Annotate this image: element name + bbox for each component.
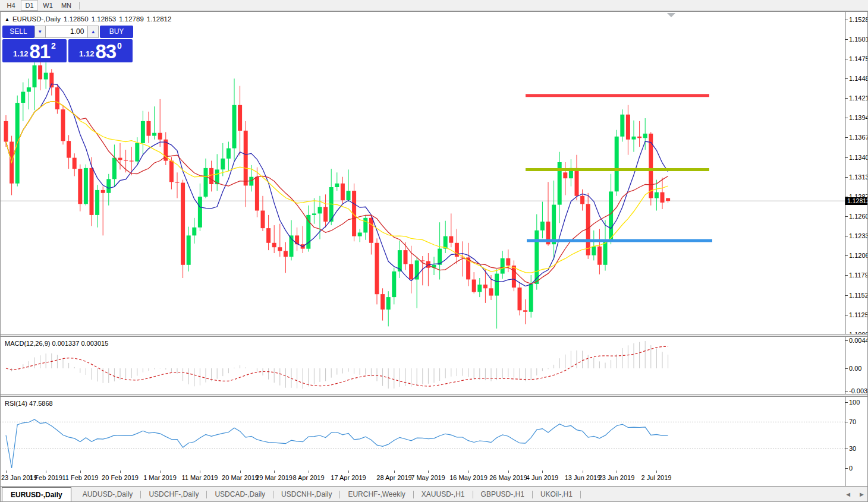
- sell-price-sup: 2: [51, 41, 56, 50]
- date-axis-label: 17 Apr 2019: [328, 474, 369, 481]
- price-axis-label: 1.12600: [845, 213, 868, 220]
- price-axis[interactable]: 1.12812 1.152851.150151.147501.144801.14…: [845, 12, 868, 486]
- price-axis-label: 1.13945: [845, 114, 868, 122]
- volume-decrease-stepper[interactable]: ▼: [34, 26, 46, 38]
- pane-splitter[interactable]: [0, 334, 868, 337]
- date-axis-label: 11 Mar 2019: [180, 474, 220, 481]
- tab-eurchf-weekly[interactable]: EURCHF-,Weekly: [340, 487, 413, 502]
- sell-price-prefix: 1.12: [13, 49, 28, 58]
- date-tick: [309, 471, 309, 473]
- tab-usdcad-daily[interactable]: USDCAD-,Daily: [207, 487, 273, 502]
- timeframe-button-d1[interactable]: D1: [21, 0, 38, 11]
- tab-audusd-daily[interactable]: AUDUSD-,Daily: [75, 487, 141, 502]
- date-axis-label: 16 May 2019: [448, 474, 489, 481]
- tab-xauusd-h1[interactable]: XAUUSD-,H1: [414, 487, 473, 502]
- current-price-tag: 1.12812: [845, 197, 868, 205]
- price-axis-label: 1.14210: [845, 94, 868, 102]
- timeframe-button-mn[interactable]: MN: [58, 0, 75, 11]
- sell-price-display[interactable]: 1.12812: [2, 39, 67, 62]
- price-axis-label: 1.13405: [845, 154, 868, 162]
- date-tick: [240, 471, 241, 473]
- macd-signal-line: [6, 346, 668, 386]
- quote-close: 1.12812: [147, 15, 172, 23]
- date-axis[interactable]: 23 Jan 20191 Feb 201911 Feb 201920 Feb 2…: [0, 471, 868, 486]
- date-axis-label: 8 Apr 2019: [288, 474, 329, 481]
- date-tick: [583, 471, 583, 473]
- date-axis-label: 11 Feb 2019: [60, 474, 100, 481]
- price-axis-label: 1.13135: [845, 173, 868, 181]
- price-axis-label: 1.13675: [845, 134, 868, 141]
- price-axis-label: 1.11255: [845, 311, 868, 319]
- one-click-trade-panel: SELL ▼ 1.00 ▲ BUY 1.12812 1.12830: [2, 26, 133, 62]
- volume-input[interactable]: 1.00: [46, 26, 88, 38]
- date-tick: [200, 471, 200, 473]
- timeframe-button-h4[interactable]: H4: [2, 0, 20, 11]
- tab-ukoil-h1[interactable]: UKOil-,H1: [533, 487, 580, 502]
- rsi-line: [6, 419, 668, 468]
- price-axis-label: 1.14750: [845, 55, 868, 63]
- date-tick: [656, 471, 657, 473]
- date-tick: [508, 471, 509, 473]
- rsi-axis-label: 100: [845, 399, 868, 406]
- scroll-tabs-left-icon[interactable]: ◄: [845, 490, 851, 499]
- date-axis-label: 7 May 2019: [408, 474, 448, 481]
- pane-splitter[interactable]: [0, 394, 868, 397]
- rsi-chart[interactable]: [0, 397, 845, 471]
- up-triangle-icon: ▲: [5, 17, 10, 22]
- quote-header: ▲EURUSD-,Daily1.128501.128531.127891.128…: [5, 15, 174, 23]
- buy-price-display[interactable]: 1.12830: [68, 39, 133, 62]
- tab-usdcnh-daily[interactable]: USDCNH-,Daily: [273, 487, 339, 502]
- tab-gbpusd-h1[interactable]: GBPUSD-,H1: [473, 487, 532, 502]
- macd-label: MACD(12,26,9) 0.001337 0.003015: [5, 340, 108, 347]
- tab-usdchf-daily[interactable]: USDCHF-,Daily: [141, 487, 206, 502]
- macd-histogram: [6, 341, 668, 389]
- toolbar-separator: [79, 2, 80, 10]
- price-axis-label: 1.12330: [845, 232, 868, 240]
- rsi-label: RSI(14) 47.5868: [5, 400, 53, 407]
- date-tick: [46, 471, 46, 473]
- chart-tab-bar: EURUSD-,Daily AUDUSD-,DailyUSDCHF-,Daily…: [0, 486, 868, 502]
- price-chart-pane[interactable]: ▲EURUSD-,Daily1.128501.128531.127891.128…: [0, 12, 845, 334]
- date-axis-label: 2 Jul 2019: [636, 474, 677, 481]
- date-axis-label: 23 Jun 2019: [596, 474, 637, 481]
- buy-button[interactable]: BUY: [100, 26, 133, 38]
- date-axis-label: 4 Jun 2019: [522, 474, 562, 481]
- date-tick: [428, 471, 429, 473]
- date-tick: [120, 471, 121, 473]
- buy-price-sup: 0: [117, 41, 122, 50]
- date-tick: [617, 471, 617, 473]
- tab-eurusd-daily[interactable]: EURUSD-,Daily: [2, 487, 71, 502]
- chart-scroll-marker-icon: [667, 13, 675, 17]
- rsi-axis-label: 70: [845, 418, 868, 426]
- candlesticks: [4, 59, 671, 329]
- price-axis-label: 1.15285: [845, 16, 868, 24]
- macd-axis-label: 0.00: [845, 365, 868, 372]
- date-tick: [542, 471, 543, 473]
- rsi-pane[interactable]: RSI(14) 47.5868: [0, 397, 845, 471]
- quote-open: 1.12850: [64, 15, 89, 23]
- scroll-tabs-right-icon[interactable]: ►: [858, 490, 865, 499]
- timeframe-button-w1[interactable]: W1: [39, 0, 56, 11]
- date-tick: [394, 471, 395, 473]
- date-tick: [468, 471, 469, 473]
- sell-button[interactable]: SELL: [2, 26, 34, 38]
- price-axis-label: 1.15015: [845, 36, 868, 43]
- date-axis-label: 20 Feb 2019: [100, 474, 140, 481]
- tab-separator: [580, 491, 581, 498]
- buy-price-prefix: 1.12: [79, 49, 94, 58]
- date-tick: [348, 471, 349, 473]
- rsi-axis-label: 30: [845, 445, 868, 453]
- date-axis-label: 1 Mar 2019: [140, 474, 180, 481]
- price-axis-label: 1.11525: [845, 292, 868, 299]
- timeframe-toolbar: H4D1W1MN: [0, 0, 868, 11]
- macd-chart[interactable]: [0, 337, 845, 394]
- date-tick: [274, 471, 275, 473]
- date-tick: [160, 471, 161, 473]
- price-axis-label: 1.11795: [845, 271, 868, 279]
- volume-increase-stepper[interactable]: ▲: [87, 26, 99, 38]
- macd-axis-label: 0.004465: [845, 337, 868, 345]
- buy-price-big: 83: [95, 42, 116, 61]
- quote-high: 1.12853: [92, 15, 117, 23]
- macd-pane[interactable]: MACD(12,26,9) 0.001337 0.003015: [0, 337, 845, 394]
- sell-price-big: 81: [29, 42, 50, 61]
